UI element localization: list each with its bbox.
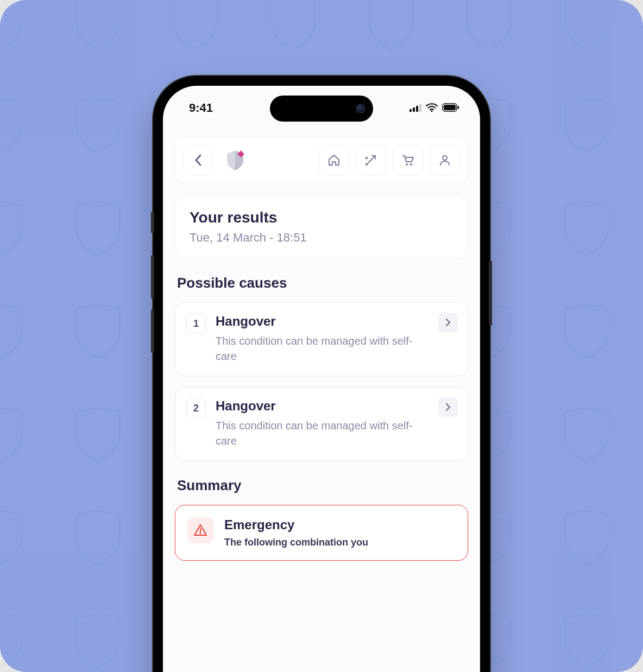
possible-causes-heading: Possible causes <box>177 275 466 291</box>
svg-rect-3 <box>419 104 421 112</box>
svg-rect-9 <box>238 153 244 155</box>
cause-description: This condition can be managed with self-… <box>216 333 430 364</box>
chevron-right-icon <box>445 403 451 411</box>
phone-side-button <box>151 309 154 353</box>
nav-profile-button[interactable] <box>430 145 460 175</box>
profile-icon <box>438 154 451 167</box>
back-button[interactable] <box>183 145 213 175</box>
chevron-right-icon <box>445 318 451 327</box>
showcase-background: 9:41 <box>0 0 643 672</box>
cause-item[interactable]: 2 Hangover This condition can be managed… <box>175 387 468 461</box>
results-title: Your results <box>190 209 453 226</box>
cause-item[interactable]: 1 Hangover This condition can be managed… <box>175 302 468 376</box>
svg-point-16 <box>200 533 201 535</box>
results-timestamp: Tue, 14 March - 18:51 <box>190 231 453 245</box>
svg-rect-0 <box>409 109 412 112</box>
phone-frame: 9:41 <box>153 76 490 672</box>
svg-point-4 <box>431 110 432 112</box>
phone-side-button <box>151 212 154 233</box>
svg-rect-11 <box>365 156 368 160</box>
svg-rect-6 <box>444 105 456 110</box>
home-icon <box>327 154 341 167</box>
cause-description: This condition can be managed with self-… <box>216 418 430 448</box>
cause-title: Hangover <box>216 314 430 329</box>
nav-tools-button[interactable] <box>356 145 386 175</box>
status-time: 9:41 <box>189 101 213 115</box>
svg-point-12 <box>406 163 408 166</box>
phone-screen: 9:41 <box>163 86 480 672</box>
cause-disclosure-button[interactable] <box>438 313 458 332</box>
phone-side-button <box>151 255 154 299</box>
chevron-left-icon <box>194 154 202 166</box>
cause-rank-badge: 1 <box>186 314 206 333</box>
cause-title: Hangover <box>216 398 430 414</box>
svg-point-13 <box>410 163 412 166</box>
svg-rect-2 <box>416 106 418 112</box>
app-logo <box>220 145 250 175</box>
svg-rect-7 <box>458 106 459 109</box>
cause-disclosure-button[interactable] <box>438 397 458 417</box>
battery-icon <box>442 101 459 115</box>
svg-rect-1 <box>413 107 415 112</box>
cellular-icon <box>409 101 421 115</box>
alert-triangle-icon <box>187 517 213 543</box>
emergency-title: Emergency <box>224 517 368 532</box>
summary-heading: Summary <box>177 477 466 494</box>
svg-point-10 <box>365 163 368 166</box>
top-toolbar <box>175 137 468 183</box>
cause-rank-badge: 2 <box>186 398 206 418</box>
nav-home-button[interactable] <box>319 145 349 175</box>
cart-icon <box>401 154 414 167</box>
svg-point-14 <box>443 156 447 160</box>
shield-plus-icon <box>224 149 247 172</box>
emergency-card[interactable]: Emergency The following combination you <box>175 505 468 561</box>
front-camera <box>356 104 365 113</box>
phone-side-button <box>489 261 492 326</box>
tools-icon <box>364 154 377 167</box>
results-header-card: Your results Tue, 14 March - 18:51 <box>175 195 468 258</box>
wifi-icon <box>426 101 438 115</box>
dynamic-island <box>270 96 373 122</box>
nav-cart-button[interactable] <box>393 145 423 175</box>
emergency-description: The following combination you <box>224 537 368 548</box>
